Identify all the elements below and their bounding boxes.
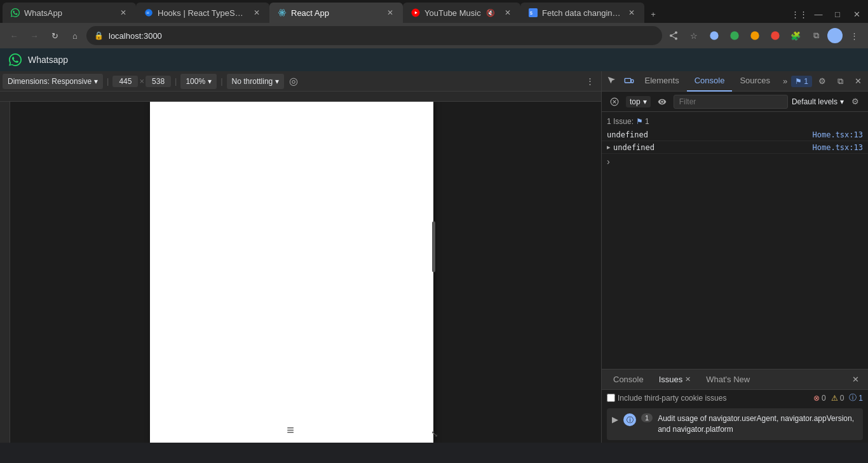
minimize-button[interactable]: — (810, 5, 827, 23)
sidebar-toggle-button[interactable]: ⧉ (807, 27, 825, 45)
vertical-ruler (0, 102, 10, 443)
drawer-tab-issues[interactable]: Issues ✕ (653, 370, 698, 390)
hooks-favicon: H (144, 8, 154, 18)
tab-whatsapp[interactable]: WhatsApp ✕ (3, 3, 136, 23)
whatsapp-favicon (10, 8, 20, 18)
console-source-2[interactable]: Home.tsx:13 (813, 143, 863, 152)
drawer-console-label: Console (613, 375, 644, 384)
third-party-label: Include third-party cookie issues (618, 394, 726, 403)
zoom-chevron: ▾ (208, 77, 212, 86)
levels-text: Default levels (792, 97, 837, 106)
clear-console-button[interactable] (607, 94, 622, 109)
context-text: top (630, 97, 641, 106)
tab-elements[interactable]: Elements (637, 71, 686, 92)
tab-sources-label: Sources (740, 76, 770, 85)
issue-flag-icon: ⚑ (636, 117, 643, 126)
console-row-2[interactable]: ▸ undefined Home.tsx:13 (602, 141, 868, 154)
more-options-button[interactable]: ⋮ (581, 73, 599, 90)
issue-bar: 1 Issue: ⚑ 1 (602, 114, 868, 128)
tab-react-title: React App (291, 8, 329, 18)
bottom-drawer: Console Issues ✕ What's New ✕ Include th… (602, 369, 868, 443)
extension1-button[interactable] (705, 27, 723, 45)
settings-button[interactable]: ⚙ (815, 74, 830, 89)
tab-react[interactable]: React App ✕ (269, 3, 403, 23)
new-tab-button[interactable]: + (644, 5, 662, 23)
issue-expand-arrow[interactable]: ▶ (612, 415, 618, 424)
svg-point-2 (281, 12, 283, 14)
drawer-issues-label: Issues (659, 375, 683, 384)
issue-item-1[interactable]: ▶ ⓘ 1 Audit usage of navigator.userAgent… (607, 408, 863, 440)
console-source-1[interactable]: Home.tsx:13 (813, 130, 863, 139)
drawer-tab-whatsnew[interactable]: What's New (700, 370, 756, 390)
tab-youtube[interactable]: YouTube Music 🔇 ✕ (403, 3, 520, 23)
extensions-button[interactable]: 🧩 (787, 27, 804, 45)
extension3-button[interactable] (746, 27, 764, 45)
width-input[interactable] (112, 76, 138, 87)
drawer-tab-console[interactable]: Console (607, 370, 650, 390)
more-tabs-button[interactable]: » (779, 76, 791, 86)
home-button[interactable]: ⌂ (66, 27, 84, 45)
console-prompt[interactable]: › (602, 154, 868, 169)
svg-point-10 (710, 31, 718, 39)
expand-arrow-2[interactable]: ▸ (607, 143, 611, 151)
context-selector[interactable]: top ▾ (626, 96, 651, 107)
device-toggle-button[interactable] (621, 73, 637, 90)
tab-whatsapp-title: WhatsApp (24, 8, 62, 18)
third-party-checkbox-label[interactable]: Include third-party cookie issues (607, 394, 726, 403)
share-button[interactable] (665, 27, 682, 45)
errors-count: 0 (822, 394, 826, 403)
tab-hooks[interactable]: H Hooks | React TypeScript Che... ✕ (136, 3, 269, 23)
throttle-selector[interactable]: No throttling ▾ (227, 74, 285, 89)
forward-button[interactable]: → (25, 27, 43, 45)
svg-point-12 (750, 31, 759, 39)
tab-react-close[interactable]: ✕ (385, 8, 395, 18)
whatsapp-title: Whatsapp (28, 55, 68, 65)
height-input[interactable] (146, 76, 171, 87)
tab-fetch-title: Fetch data changing on relo... (542, 8, 623, 18)
tab-youtube-close[interactable]: ✕ (503, 8, 513, 18)
resize-handle[interactable]: ⤡ (431, 429, 438, 439)
back-button[interactable]: ← (5, 27, 23, 45)
maximize-button[interactable]: □ (829, 5, 846, 23)
close-window-button[interactable]: ✕ (848, 5, 865, 23)
media-features-button[interactable]: ◎ (289, 75, 298, 87)
tab-whatsapp-close[interactable]: ✕ (118, 8, 128, 18)
tab-console[interactable]: Console (687, 71, 733, 92)
tab-sources[interactable]: Sources (732, 71, 778, 92)
address-bar[interactable]: 🔒 localhost:3000 (86, 26, 662, 45)
dimensions-selector[interactable]: Dimensions: Responsive ▾ (3, 74, 103, 89)
console-row-1[interactable]: undefined Home.tsx:13 (602, 128, 868, 141)
filter-input[interactable] (674, 95, 788, 109)
viewport-area: Dimensions: Responsive ▾ | × | 100% ▾ | … (0, 71, 601, 443)
third-party-checkbox[interactable] (607, 394, 615, 402)
refresh-button[interactable]: ↻ (46, 27, 64, 45)
menu-button[interactable]: ⋮ (845, 27, 863, 45)
zoom-selector[interactable]: 100% ▾ (180, 74, 217, 89)
ruler-frame-area: ≡ ⤡ (0, 92, 601, 443)
eye-button[interactable] (654, 94, 670, 109)
dock-button[interactable]: ⧉ (832, 74, 848, 89)
close-devtools-button[interactable]: ✕ (850, 74, 865, 89)
tab-list-button[interactable]: ⋮⋮ (790, 5, 808, 23)
svg-point-13 (771, 31, 779, 39)
levels-chevron: ▾ (840, 97, 844, 106)
console-text-2: undefined (613, 143, 813, 152)
drawer-issues-close[interactable]: ✕ (685, 375, 691, 384)
tab-fetch-close[interactable]: ✕ (627, 8, 637, 18)
console-settings-button[interactable]: ⚙ (848, 94, 863, 109)
warning-icon: ⚠ (831, 394, 838, 403)
preview-bottom-bar: ≡ (150, 423, 433, 438)
inspect-element-button[interactable] (604, 73, 621, 90)
extension4-button[interactable] (766, 27, 784, 45)
toolbar-more-actions: ⋮ (581, 73, 599, 90)
tab-hooks-close[interactable]: ✕ (252, 8, 262, 18)
preview-scrollbar[interactable] (432, 221, 435, 272)
svg-rect-14 (625, 78, 630, 83)
drawer-close-button[interactable]: ✕ (848, 372, 863, 387)
issue-bar-text: 1 Issue: (607, 117, 634, 126)
levels-selector[interactable]: Default levels ▾ (792, 97, 844, 106)
profile-button[interactable] (827, 28, 843, 43)
bookmark-button[interactable]: ☆ (685, 27, 703, 45)
tab-fetch[interactable]: S Fetch data changing on relo... ✕ (520, 3, 644, 23)
extension2-button[interactable] (726, 27, 743, 45)
